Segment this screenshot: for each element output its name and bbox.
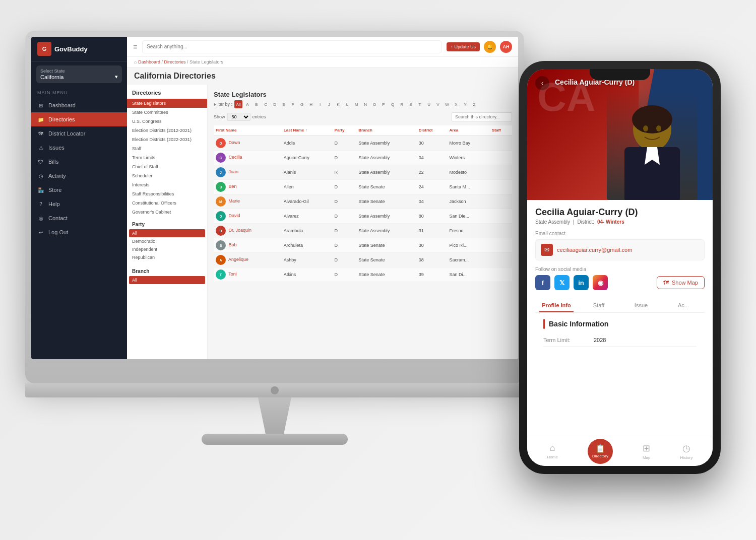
sidebar-item-bills[interactable]: 🛡 Bills bbox=[31, 155, 127, 169]
sidebar-item-logout[interactable]: ↩ Log Out bbox=[31, 225, 127, 239]
person-last-name[interactable]: Aguiar-Curry bbox=[282, 151, 333, 165]
alpha-btn-k[interactable]: K bbox=[334, 100, 342, 108]
alpha-btn-n[interactable]: N bbox=[361, 100, 369, 108]
breadcrumb-directories[interactable]: Directories bbox=[164, 59, 186, 64]
alpha-btn-v[interactable]: V bbox=[434, 100, 442, 108]
dir-item-state-legislators[interactable]: State Legislators bbox=[127, 99, 207, 108]
alpha-btn-j[interactable]: J bbox=[325, 100, 333, 108]
person-first-name[interactable]: Angelique bbox=[228, 257, 248, 262]
bottom-nav-directory[interactable]: 📋 Directory bbox=[588, 439, 613, 464]
alpha-btn-w[interactable]: W bbox=[443, 100, 451, 108]
dir-item-election-2012[interactable]: Election Districts (2012-2021) bbox=[127, 126, 207, 135]
back-button[interactable]: ‹ bbox=[535, 76, 549, 90]
col-district[interactable]: District bbox=[417, 125, 448, 136]
person-last-name[interactable]: Allen bbox=[282, 180, 333, 194]
alpha-btn-f[interactable]: F bbox=[289, 100, 297, 108]
person-first-name[interactable]: Ben bbox=[229, 184, 237, 189]
state-selector[interactable]: Select State California ▾ bbox=[36, 65, 122, 83]
alpha-btn-z[interactable]: Z bbox=[470, 100, 478, 108]
table-search-input[interactable] bbox=[452, 112, 512, 121]
party-democratic[interactable]: Democratic bbox=[132, 237, 202, 245]
alpha-btn-a[interactable]: A bbox=[243, 100, 251, 108]
person-last-name[interactable]: Addis bbox=[282, 136, 333, 151]
alpha-btn-o[interactable]: O bbox=[370, 100, 379, 108]
alpha-btn-h[interactable]: H bbox=[307, 100, 315, 108]
dir-item-staff[interactable]: Staff bbox=[127, 144, 207, 153]
dir-item-governors-cabinet[interactable]: Governor's Cabinet bbox=[127, 208, 207, 217]
tab-activity[interactable]: Ac... bbox=[662, 298, 705, 312]
dir-item-interests[interactable]: Interests bbox=[127, 180, 207, 189]
linkedin-icon[interactable]: in bbox=[574, 275, 589, 290]
alpha-btn-u[interactable]: U bbox=[425, 100, 433, 108]
party-independent[interactable]: Independent bbox=[132, 245, 202, 253]
dir-item-us-congress[interactable]: U.S. Congress bbox=[127, 117, 207, 126]
show-map-button[interactable]: 🗺 Show Map bbox=[657, 276, 705, 289]
alpha-btn-b[interactable]: B bbox=[253, 100, 261, 108]
mobile-scrollable-content[interactable]: Cecilia Aguiar-Curry (D) State Assembly … bbox=[527, 200, 713, 436]
email-row[interactable]: ✉ ceciliaaguiar.curry@gmail.com bbox=[535, 239, 705, 260]
sidebar-item-directories[interactable]: 📁 Directories bbox=[31, 112, 127, 126]
sidebar-item-district-locator[interactable]: 🗺 District Locator bbox=[31, 126, 127, 141]
alpha-btn-l[interactable]: L bbox=[343, 100, 351, 108]
alpha-btn-r[interactable]: R bbox=[398, 100, 406, 108]
politician-district[interactable]: 04- Winters bbox=[597, 219, 624, 225]
sidebar-item-dashboard[interactable]: ⊞ Dashboard bbox=[31, 98, 127, 112]
person-last-name[interactable]: Alvarez bbox=[282, 209, 333, 224]
person-first-name[interactable]: Bob bbox=[229, 242, 237, 247]
person-last-name[interactable]: Atkins bbox=[282, 267, 333, 282]
alpha-btn-t[interactable]: T bbox=[416, 100, 424, 108]
facebook-icon[interactable]: f bbox=[535, 275, 550, 290]
notification-icon[interactable]: 🔔 bbox=[484, 41, 496, 53]
person-last-name[interactable]: Archuleta bbox=[282, 238, 333, 253]
dir-item-state-committees[interactable]: State Committees bbox=[127, 108, 207, 117]
entries-select[interactable]: 50 25 100 bbox=[227, 113, 250, 121]
col-staff[interactable]: Staff bbox=[490, 125, 512, 136]
dir-item-constitutional[interactable]: Constitutional Officers bbox=[127, 198, 207, 208]
user-avatar[interactable]: AH bbox=[500, 41, 512, 53]
alpha-btn-y[interactable]: Y bbox=[461, 100, 469, 108]
person-first-name[interactable]: Toni bbox=[228, 272, 237, 277]
person-last-name[interactable]: Alanis bbox=[282, 165, 333, 180]
alpha-btn-g[interactable]: G bbox=[298, 100, 306, 108]
alpha-btn-all[interactable]: All bbox=[234, 100, 242, 108]
hamburger-icon[interactable]: ≡ bbox=[133, 43, 137, 51]
person-first-name[interactable]: Cecilia bbox=[229, 155, 242, 160]
bottom-nav-history[interactable]: ◷ History bbox=[680, 443, 693, 460]
alpha-btn-m[interactable]: M bbox=[352, 100, 360, 108]
party-republican[interactable]: Republican bbox=[132, 253, 202, 261]
party-all[interactable]: All bbox=[129, 229, 205, 237]
alpha-btn-c[interactable]: C bbox=[262, 100, 270, 108]
instagram-icon[interactable]: ◉ bbox=[593, 275, 608, 290]
person-last-name[interactable]: Ashby bbox=[282, 253, 333, 267]
sidebar-item-store[interactable]: 🏪 Store bbox=[31, 183, 127, 197]
alpha-btn-d[interactable]: D bbox=[271, 100, 279, 108]
person-last-name[interactable]: Arambula bbox=[282, 224, 333, 238]
email-address[interactable]: ceciliaaguiar.curry@gmail.com bbox=[557, 247, 632, 253]
person-first-name[interactable]: Juan bbox=[229, 169, 239, 174]
tab-profile-info[interactable]: Profile Info bbox=[535, 298, 578, 312]
person-first-name[interactable]: Dawn bbox=[229, 140, 240, 145]
twitter-icon[interactable]: 𝕏 bbox=[554, 275, 570, 290]
alpha-btn-x[interactable]: X bbox=[452, 100, 460, 108]
dir-item-chief-of-staff[interactable]: Chief of Staff bbox=[127, 162, 207, 171]
alpha-btn-e[interactable]: E bbox=[280, 100, 288, 108]
sidebar-item-issues[interactable]: ⚠ Issues bbox=[31, 141, 127, 155]
person-first-name[interactable]: Marie bbox=[229, 198, 240, 204]
col-area[interactable]: Area bbox=[448, 125, 490, 136]
update-button[interactable]: ↑ Update Us bbox=[447, 42, 480, 51]
col-party[interactable]: Party bbox=[333, 125, 357, 136]
col-branch[interactable]: Branch bbox=[356, 125, 416, 136]
alpha-btn-p[interactable]: P bbox=[380, 100, 388, 108]
sidebar-item-help[interactable]: ? Help bbox=[31, 197, 127, 211]
alpha-btn-s[interactable]: S bbox=[407, 100, 415, 108]
col-first-name[interactable]: First Name bbox=[214, 125, 282, 136]
person-last-name[interactable]: Alvarado-Gil bbox=[282, 194, 333, 209]
search-input[interactable] bbox=[142, 40, 442, 53]
tab-staff[interactable]: Staff bbox=[578, 298, 620, 312]
person-first-name[interactable]: David bbox=[229, 213, 240, 218]
dir-item-scheduler[interactable]: Scheduler bbox=[127, 171, 207, 180]
person-first-name[interactable]: Dr. Joaquin bbox=[229, 228, 252, 233]
dir-item-term-limits[interactable]: Term Limits bbox=[127, 153, 207, 162]
col-last-name[interactable]: Last Name ↑ bbox=[282, 125, 333, 136]
sidebar-item-activity[interactable]: ◷ Activity bbox=[31, 169, 127, 183]
